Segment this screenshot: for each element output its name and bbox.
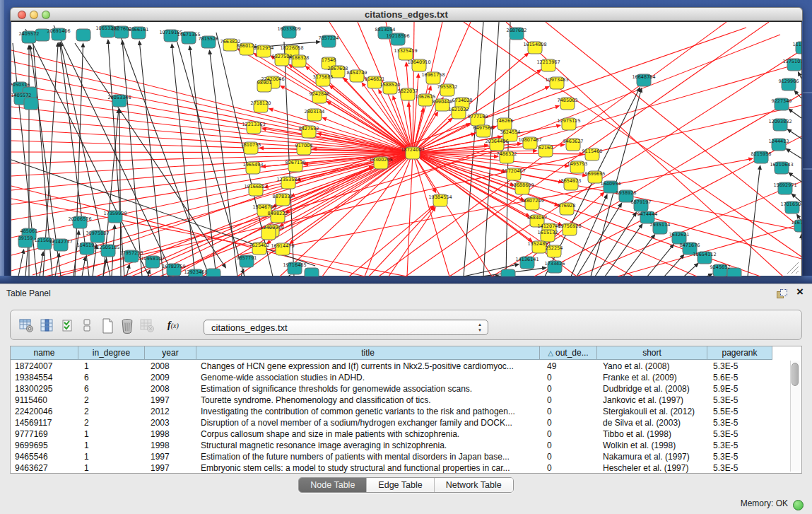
network-node[interactable]: [24, 98, 38, 110]
table-cell: Nakamura et al. (1997): [597, 451, 707, 462]
scrollbar-thumb[interactable]: [792, 363, 799, 386]
table-row[interactable]: 1938455462009Genome-wide association stu…: [11, 372, 772, 383]
svg-text:16210643: 16210643: [770, 162, 793, 168]
float-panel-icon[interactable]: [777, 289, 787, 298]
svg-text:16033809: 16033809: [277, 26, 300, 32]
svg-text:19218596: 19218596: [386, 33, 409, 39]
table-row[interactable]: 946362711997Embryonic stem cells: a mode…: [11, 462, 772, 474]
svg-text:746266: 746266: [496, 118, 514, 124]
table-cell: 1997: [145, 462, 196, 474]
svg-text:10654112: 10654112: [693, 252, 716, 257]
svg-text:16782759: 16782759: [162, 264, 185, 269]
table-cell: 5.9E-5: [707, 383, 772, 395]
table-cell: Jankovic et al. (1997): [597, 395, 707, 406]
tab-network-table[interactable]: Network Table: [435, 478, 513, 492]
svg-text:8654923: 8654923: [561, 178, 582, 184]
svg-text:1615132: 1615132: [538, 230, 558, 235]
svg-text:18640910: 18640910: [407, 59, 430, 65]
svg-text:1167534: 1167534: [792, 220, 801, 226]
table-row[interactable]: 1456911722003Disruption of a novel membe…: [11, 417, 772, 428]
column-header-pagerank[interactable]: pagerank: [707, 346, 772, 360]
svg-text:12923468: 12923468: [184, 269, 207, 275]
svg-text:12213363: 12213363: [242, 122, 265, 127]
svg-text:8471676: 8471676: [680, 243, 700, 248]
table-row[interactable]: 1830029562008Estimation of significance …: [11, 383, 772, 395]
svg-text:6466161: 6466161: [129, 27, 149, 33]
network-window-titlebar[interactable]: citations_edges.txt: [10, 7, 803, 21]
svg-text:16961758: 16961758: [421, 72, 445, 78]
tab-node-table[interactable]: Node Table: [299, 478, 367, 492]
svg-text:2687682: 2687682: [507, 28, 527, 33]
table-settings-icon[interactable]: [19, 318, 33, 333]
function-builder-icon[interactable]: f(x): [167, 320, 182, 334]
new-table-icon[interactable]: [101, 318, 115, 333]
table-cell: 0: [540, 372, 597, 383]
table-cell: 0: [540, 417, 597, 428]
svg-text:10958107: 10958107: [141, 256, 164, 262]
svg-text:10688609: 10688609: [510, 182, 534, 188]
svg-text:2803144: 2803144: [305, 109, 325, 115]
table-cell: 0: [540, 462, 597, 474]
column-header-year[interactable]: year: [145, 346, 196, 360]
svg-text:1405572: 1405572: [11, 93, 31, 98]
close-panel-icon[interactable]: ×: [796, 286, 804, 298]
table-cell: 22420046: [11, 406, 78, 417]
svg-text:7485063: 7485063: [558, 98, 578, 103]
table-cell: 49: [540, 361, 597, 372]
table-row[interactable]: 1872400712008Changes of HCN gene express…: [11, 361, 772, 372]
table-cell: 0: [540, 428, 597, 440]
table-cell: 1998: [145, 440, 196, 451]
table-cell: de Silva et al. (2003): [597, 417, 707, 428]
column-header-in_degree[interactable]: in_degree: [78, 346, 145, 360]
desktop-bottom-band: [0, 276, 812, 284]
svg-text:10973483: 10973483: [545, 77, 568, 83]
table-row[interactable]: 969969511998Structural magnetic resonanc…: [11, 440, 772, 451]
table-row[interactable]: 2242004622012Investigating the contribut…: [11, 406, 772, 417]
svg-text:2718120: 2718120: [251, 100, 271, 106]
table-cell: 2008: [145, 383, 196, 395]
table-cell: 5.3E-5: [707, 462, 772, 474]
select-all-checks-icon[interactable]: [61, 318, 76, 333]
column-header-short[interactable]: short: [597, 346, 707, 360]
canvas-resize-grip[interactable]: [787, 262, 799, 274]
svg-text:17957253: 17957253: [119, 250, 143, 256]
network-node[interactable]: [305, 268, 319, 276]
svg-text:8498222: 8498222: [268, 211, 288, 216]
svg-text:18807249: 18807249: [520, 198, 543, 204]
table-cell: 5.3E-5: [707, 451, 772, 462]
network-canvas[interactable]: 2405572206914061065328715276026466161107…: [11, 21, 802, 276]
svg-text:8938928: 8938928: [616, 190, 637, 196]
table-row[interactable]: 946554611997Estimation of the future num…: [11, 451, 772, 462]
svg-text:14136141: 14136141: [515, 257, 539, 262]
column-header-out_de[interactable]: △out_de...: [540, 346, 597, 360]
desktop-seam: [803, 92, 812, 93]
table-cell: 9465546: [11, 451, 78, 462]
network-node[interactable]: [76, 29, 90, 41]
network-window: citations_edges.txt 24055722069140610653…: [10, 7, 803, 276]
table-cell: 0: [540, 451, 597, 462]
svg-text:20364486: 20364486: [485, 139, 508, 144]
svg-text:16914479: 16914479: [271, 243, 294, 249]
network-node[interactable]: [501, 269, 515, 276]
rows-icon[interactable]: [82, 318, 96, 333]
delete-rows-trash-icon[interactable]: [120, 318, 134, 333]
column-header-title[interactable]: title: [196, 346, 540, 360]
table-cell: 1: [78, 451, 145, 462]
tab-edge-table[interactable]: Edge Table: [367, 478, 434, 492]
select-column-icon[interactable]: [40, 318, 54, 333]
table-selector-combobox[interactable]: citations_edges.txt ▲▼: [204, 320, 488, 335]
column-header-name[interactable]: name: [11, 346, 78, 360]
svg-text:9474444: 9474444: [637, 211, 658, 217]
table-cell: 1997: [145, 451, 196, 462]
table-row[interactable]: 911546021997Tourette syndrome. Phenomeno…: [11, 395, 772, 406]
svg-text:13325419: 13325419: [394, 48, 417, 54]
table-cell: Genome-wide association studies in ADHD.: [196, 372, 540, 383]
table-vertical-scrollbar[interactable]: [790, 361, 800, 472]
svg-text:252254: 252254: [546, 245, 563, 251]
network-node[interactable]: [206, 269, 220, 276]
svg-text:917004: 917004: [295, 143, 313, 148]
table-cell: 2: [78, 406, 145, 417]
table-row[interactable]: 977716911998Corpus callosum shape and si…: [11, 428, 772, 440]
svg-text:16648784: 16648784: [632, 74, 655, 80]
combobox-stepper-icon[interactable]: ▲▼: [478, 322, 482, 333]
